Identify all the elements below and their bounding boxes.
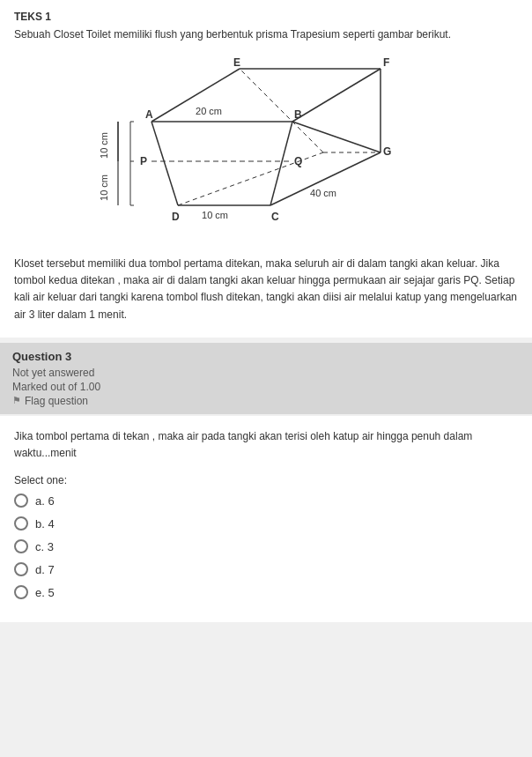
option-label-e: e. 5 — [35, 586, 55, 599]
svg-text:G: G — [383, 145, 391, 158]
option-label-b: b. 4 — [35, 517, 55, 531]
option-label-d: d. 7 — [35, 563, 55, 576]
teks-body-text: Kloset tersebut memiliki dua tombol pert… — [14, 256, 518, 323]
option-row-d[interactable]: d. 7 — [14, 562, 518, 576]
option-label-a: a. 6 — [35, 494, 55, 508]
svg-text:E: E — [233, 56, 240, 69]
option-row-e[interactable]: e. 5 — [14, 585, 518, 599]
option-row-c[interactable]: c. 3 — [14, 539, 518, 553]
option-row-b[interactable]: b. 4 — [14, 516, 518, 531]
flag-icon: ⚑ — [12, 395, 21, 406]
svg-text:Q: Q — [294, 155, 302, 167]
svg-text:F: F — [383, 56, 389, 69]
diagram-container: 20 cm 10 cm 10 cm 10 cm 40 cm — [14, 51, 518, 245]
teks-section: TEKS 1 Sebuah Closet Toilet memiliki flu… — [0, 0, 532, 338]
svg-text:10 cm: 10 cm — [99, 132, 109, 159]
teks-description: Sebuah Closet Toilet memiliki flush yang… — [14, 26, 518, 42]
svg-text:C: C — [271, 211, 279, 223]
page-container: TEKS 1 Sebuah Closet Toilet memiliki flu… — [0, 0, 532, 622]
svg-line-5 — [292, 69, 381, 122]
svg-text:D: D — [172, 211, 180, 223]
flag-question-button[interactable]: ⚑ Flag question — [12, 395, 520, 407]
radio-d[interactable] — [14, 562, 28, 576]
svg-text:B: B — [294, 108, 302, 121]
svg-line-9 — [151, 122, 178, 205]
radio-a[interactable] — [14, 494, 28, 508]
option-label-c: c. 3 — [35, 540, 54, 553]
question-meta-box: Question 3 Not yet answered Marked out o… — [0, 343, 532, 414]
radio-b[interactable] — [14, 516, 28, 531]
option-row-a[interactable]: a. 6 — [14, 494, 518, 508]
question-marked-out: Marked out of 1.00 — [12, 381, 520, 393]
question-number: Question 3 — [12, 350, 520, 363]
question-text: Jika tombol pertama di tekan , maka air … — [14, 428, 518, 462]
svg-text:10 cm: 10 cm — [99, 174, 109, 201]
teks-title: TEKS 1 — [14, 11, 518, 23]
radio-c[interactable] — [14, 539, 28, 553]
select-one-label: Select one: — [14, 474, 518, 486]
trapezoid-diagram: 20 cm 10 cm 10 cm 10 cm 40 cm — [99, 51, 433, 245]
question-body: Jika tombol pertama di tekan , maka air … — [0, 416, 532, 622]
svg-text:20 cm: 20 cm — [196, 106, 222, 116]
flag-question-label: Flag question — [25, 395, 88, 407]
question-status: Not yet answered — [12, 367, 520, 379]
svg-text:A: A — [145, 108, 153, 121]
svg-text:P: P — [140, 155, 147, 167]
radio-e[interactable] — [14, 585, 28, 599]
svg-text:10 cm: 10 cm — [202, 210, 228, 220]
svg-text:40 cm: 40 cm — [310, 188, 336, 198]
svg-line-7 — [270, 122, 292, 205]
svg-line-3 — [292, 122, 381, 152]
options-list: a. 6b. 4c. 3d. 7e. 5 — [14, 494, 518, 599]
